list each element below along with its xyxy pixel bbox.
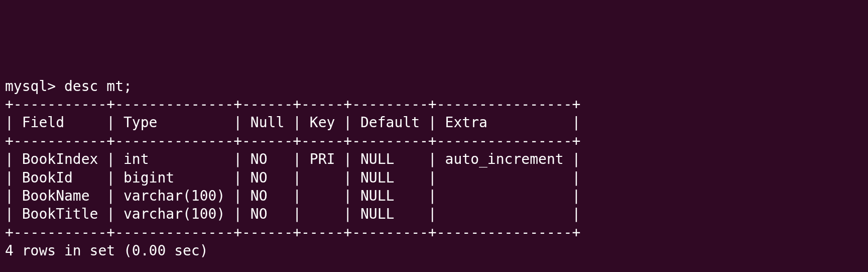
table-row: | BookTitle | varchar(100) | NO | | NULL… [5, 206, 580, 222]
table-row: | BookId | bigint | NO | | NULL | | [5, 169, 580, 186]
table-border: +-----------+--------------+------+-----… [5, 96, 580, 113]
table-row: | BookIndex | int | NO | PRI | NULL | au… [5, 151, 580, 167]
table-row: | BookName | varchar(100) | NO | | NULL … [5, 188, 580, 204]
table-header: | Field | Type | Null | Key | Default | … [5, 114, 580, 131]
prompt: mysql> [5, 78, 64, 95]
terminal-output[interactable]: mysql> desc mt; +-----------+-----------… [5, 77, 863, 272]
table-border: +-----------+--------------+------+-----… [5, 133, 580, 149]
command-text: desc mt; [64, 78, 132, 95]
table-border: +-----------+--------------+------+-----… [5, 224, 580, 241]
result-message: 4 rows in set (0.00 sec) [5, 242, 208, 259]
